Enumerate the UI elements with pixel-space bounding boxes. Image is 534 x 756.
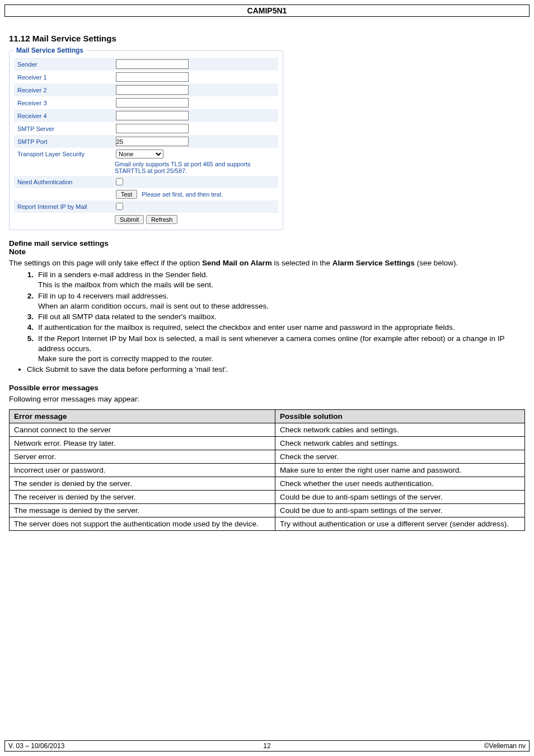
note-b2: Alarm Service Settings bbox=[332, 259, 415, 267]
cell: The message is denied by the server. bbox=[10, 503, 275, 517]
label-receiver2: Receiver 2 bbox=[14, 85, 115, 95]
cell: Network error. Please try later. bbox=[10, 436, 275, 450]
input-receiver2[interactable] bbox=[116, 85, 189, 95]
table-row: Server error.Check the server. bbox=[10, 450, 525, 463]
label-receiver3: Receiver 3 bbox=[14, 98, 115, 108]
input-smtp-server[interactable] bbox=[116, 124, 189, 133]
step-2: Fill in up to 4 receivers mail addresses… bbox=[32, 291, 525, 311]
test-note: Please set first, and then test. bbox=[142, 191, 223, 198]
steps-list: Fill in a senders e-mail address in the … bbox=[9, 270, 525, 364]
label-receiver1: Receiver 1 bbox=[14, 72, 115, 82]
note-paragraph: The settings on this page will only take… bbox=[9, 258, 525, 268]
input-receiver3[interactable] bbox=[116, 98, 189, 108]
errors-heading: Possible error messages bbox=[9, 384, 525, 392]
page-footer: V. 03 – 10/06/2013 12 ©Velleman nv bbox=[4, 740, 530, 752]
note-t1: The settings on this page will only take… bbox=[9, 259, 202, 267]
mail-settings-fieldset: Mail Service Settings Sender Receiver 1 … bbox=[9, 46, 283, 230]
footer-left: V. 03 – 10/06/2013 bbox=[8, 742, 181, 750]
note-t2: is selected in the bbox=[272, 259, 332, 267]
table-row: The message is denied by the server.Coul… bbox=[10, 503, 525, 517]
content-area: 11.12 Mail Service Settings Mail Service… bbox=[4, 34, 530, 531]
table-row: The server does not support the authenti… bbox=[10, 517, 525, 530]
step-1-main: Fill in a senders e-mail address in the … bbox=[38, 270, 208, 279]
row-receiver2: Receiver 2 bbox=[14, 83, 278, 96]
row-tls: Transport Layer Security None bbox=[14, 148, 278, 160]
table-row: Cannot connect to the serverCheck networ… bbox=[10, 423, 525, 436]
label-tls: Transport Layer Security bbox=[14, 149, 115, 159]
section-heading: 11.12 Mail Service Settings bbox=[9, 34, 525, 43]
table-row: Incorrect user or password.Make sure to … bbox=[10, 463, 525, 477]
input-smtp-port[interactable] bbox=[116, 137, 189, 146]
cell: The sender is denied by the server. bbox=[10, 477, 275, 490]
note-b1: Send Mail on Alarm bbox=[202, 259, 272, 267]
table-row: The receiver is denied by the server.Cou… bbox=[10, 490, 525, 503]
cell: Check the server. bbox=[275, 450, 525, 463]
row-receiver4: Receiver 4 bbox=[14, 109, 278, 122]
cell: The receiver is denied by the server. bbox=[10, 490, 275, 503]
step-4: If authentication for the mailbox is req… bbox=[32, 323, 525, 333]
label-need-auth: Need Authentication bbox=[14, 177, 115, 187]
footer-right: ©Velleman nv bbox=[353, 742, 526, 750]
label-report-ip: Report Internet IP by Mail bbox=[14, 202, 115, 212]
footer-center: 12 bbox=[181, 742, 353, 750]
row-sender: Sender bbox=[14, 58, 278, 71]
cell: Could be due to anti-spam settings of th… bbox=[275, 503, 525, 517]
row-need-auth: Need Authentication bbox=[14, 176, 278, 188]
cell: Check network cables and settings. bbox=[275, 436, 525, 450]
cell: Try without authentication or use a diff… bbox=[275, 517, 525, 530]
th-solution: Possible solution bbox=[275, 409, 525, 423]
step-1: Fill in a senders e-mail address in the … bbox=[32, 270, 525, 290]
step-4-main: If authentication for the mailbox is req… bbox=[38, 323, 455, 332]
step-3-main: Fill out all SMTP data related to the se… bbox=[38, 312, 217, 321]
input-receiver1[interactable] bbox=[116, 72, 189, 82]
input-sender[interactable] bbox=[116, 59, 189, 69]
bullet-list: Click Submit to save the data before per… bbox=[9, 365, 525, 375]
th-error: Error message bbox=[10, 409, 275, 423]
cell: Could be due to anti-spam settings of th… bbox=[275, 490, 525, 503]
cell: Server error. bbox=[10, 450, 275, 463]
input-receiver4[interactable] bbox=[116, 111, 189, 120]
define-heading: Define mail service settings bbox=[9, 239, 525, 248]
step-5-main: If the Report Internet IP by Mail box is… bbox=[38, 334, 504, 353]
cell: Check whether the user needs authenticat… bbox=[275, 477, 525, 490]
checkbox-need-auth[interactable] bbox=[116, 178, 123, 185]
table-row: Network error. Please try later.Check ne… bbox=[10, 436, 525, 450]
row-smtp-port: SMTP Port bbox=[14, 135, 278, 148]
test-button[interactable]: Test bbox=[116, 190, 137, 199]
label-receiver4: Receiver 4 bbox=[14, 111, 115, 121]
table-row: The sender is denied by the server.Check… bbox=[10, 477, 525, 490]
note-t3: (see below). bbox=[415, 259, 458, 267]
select-tls[interactable]: None bbox=[116, 150, 163, 158]
checkbox-report-ip[interactable] bbox=[116, 203, 123, 210]
row-test: Test Please set first, and then test. bbox=[14, 188, 278, 200]
row-receiver1: Receiver 1 bbox=[14, 71, 278, 83]
note-heading: Note bbox=[9, 248, 525, 256]
row-receiver3: Receiver 3 bbox=[14, 96, 278, 109]
tls-note: Gmail only supports TLS at port 465 and … bbox=[14, 160, 278, 176]
cell: Cannot connect to the server bbox=[10, 423, 275, 436]
step-2-sub: When an alarm condition occurs, mail is … bbox=[38, 302, 269, 310]
step-3: Fill out all SMTP data related to the se… bbox=[32, 312, 525, 322]
step-2-main: Fill in up to 4 receivers mail addresses… bbox=[38, 292, 168, 300]
submit-row: Submit Refresh bbox=[14, 213, 278, 224]
error-table: Error message Possible solution Cannot c… bbox=[9, 409, 525, 531]
step-5: If the Report Internet IP by Mail box is… bbox=[32, 334, 525, 365]
label-smtp-port: SMTP Port bbox=[14, 137, 115, 147]
row-smtp-server: SMTP Server bbox=[14, 122, 278, 135]
cell: Check network cables and settings. bbox=[275, 423, 525, 436]
submit-button[interactable]: Submit bbox=[115, 215, 144, 224]
header-title: CAMIP5N1 bbox=[247, 6, 287, 15]
bullet-item: Click Submit to save the data before per… bbox=[27, 365, 525, 375]
page-header: CAMIP5N1 bbox=[4, 4, 530, 17]
cell: The server does not support the authenti… bbox=[10, 517, 275, 530]
row-report-ip: Report Internet IP by Mail bbox=[14, 200, 278, 213]
fieldset-legend: Mail Service Settings bbox=[14, 46, 86, 54]
label-smtp-server: SMTP Server bbox=[14, 124, 115, 134]
errors-intro: Following error messages may appear: bbox=[9, 394, 525, 404]
cell: Incorrect user or password. bbox=[10, 463, 275, 477]
cell: Make sure to enter the right user name a… bbox=[275, 463, 525, 477]
step-1-sub: This is the mailbox from which the mails… bbox=[38, 281, 213, 289]
step-5-sub: Make sure the port is correctly mapped t… bbox=[38, 354, 213, 363]
refresh-button[interactable]: Refresh bbox=[146, 215, 178, 224]
label-sender: Sender bbox=[14, 59, 115, 69]
